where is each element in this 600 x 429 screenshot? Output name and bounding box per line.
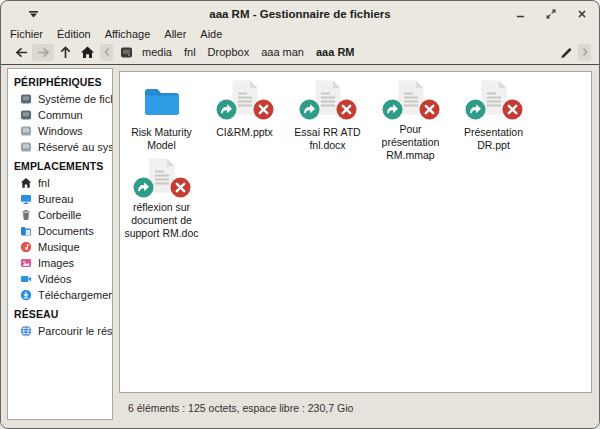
- breadcrumb-media[interactable]: media: [136, 46, 178, 58]
- error-emblem-icon: [502, 99, 523, 120]
- sidebar-item-label: Vidéos: [38, 273, 71, 285]
- minimize-button[interactable]: [512, 6, 528, 22]
- breadcrumb-aaa-man[interactable]: aaa man: [255, 46, 310, 58]
- sidebar-item-corbeille[interactable]: Corbeille: [8, 207, 112, 223]
- sidebar-item-label: Système de fich...: [38, 93, 112, 105]
- menu-fichier[interactable]: Fichier: [3, 27, 50, 42]
- sidebar-item-bureau[interactable]: Bureau: [8, 191, 112, 207]
- menu-aide[interactable]: Aide: [193, 27, 229, 42]
- forward-button[interactable]: [32, 44, 54, 61]
- error-emblem-icon: [336, 99, 357, 120]
- maximize-icon: [545, 8, 557, 20]
- back-button[interactable]: [10, 44, 32, 61]
- menu-aller[interactable]: Aller: [157, 27, 193, 42]
- window-controls: [512, 1, 590, 27]
- edit-path-button[interactable]: [554, 44, 576, 61]
- sidebar-item-label: Téléchargements: [38, 289, 112, 301]
- file-label: réflexion sur document de support RM.doc: [121, 201, 202, 240]
- file-item-document[interactable]: réflexion sur document de support RM.doc: [120, 157, 203, 235]
- music-icon: [20, 241, 32, 253]
- file-item-document[interactable]: Présentation DR.ppt: [452, 79, 535, 157]
- content-area: PÉRIPHÉRIQUES Système de fich... Commun …: [1, 64, 599, 428]
- pathbar-root-button[interactable]: [116, 44, 136, 61]
- up-button[interactable]: [54, 44, 76, 61]
- sidebar-item-label: Commun: [38, 109, 83, 121]
- sidebar-item-windows[interactable]: Windows: [8, 123, 112, 139]
- images-icon: [20, 257, 32, 269]
- sidebar-header-emplacements: EMPLACEMENTS: [8, 155, 112, 175]
- breadcrumb-dropbox[interactable]: Dropbox: [202, 46, 256, 58]
- sidebar-item-parcourir-le-reseau[interactable]: Parcourir le rése...: [8, 323, 112, 339]
- file-view[interactable]: Risk Maturity Model: [119, 71, 592, 393]
- sidebar-item-reserve-au-systeme[interactable]: Réservé au syst...: [8, 139, 112, 155]
- desktop-icon: [20, 193, 32, 205]
- pathbar-scroll-right-button[interactable]: [578, 44, 591, 61]
- status-text: 6 éléments : 125 octets, espace libre : …: [128, 402, 353, 414]
- drive-icon: [20, 141, 32, 153]
- sidebar-item-musique[interactable]: Musique: [8, 239, 112, 255]
- forward-icon: [36, 46, 51, 59]
- pathbar-scroll-left-button[interactable]: [100, 44, 113, 61]
- error-emblem-icon: [419, 99, 440, 120]
- sidebar-item-documents[interactable]: Documents: [8, 223, 112, 239]
- file-label: Pour présentation RM.mmap: [370, 123, 451, 162]
- sidebar-item-label: Documents: [38, 225, 94, 237]
- sidebar-header-reseau: RÉSEAU: [8, 303, 112, 323]
- file-item-document[interactable]: Essai RR ATD fnl.docx: [286, 79, 369, 157]
- folder-icon: [120, 79, 203, 123]
- sidebar-header-peripheriques: PÉRIPHÉRIQUES: [8, 71, 112, 91]
- sidebar-item-fnl[interactable]: fnl: [8, 175, 112, 191]
- sidebar-item-images[interactable]: Images: [8, 255, 112, 271]
- breadcrumb-aaa-rm[interactable]: aaa RM: [310, 46, 359, 58]
- file-label: Risk Maturity Model: [121, 126, 202, 152]
- file-label: CI&RM.pptx: [216, 126, 273, 139]
- sidebar-item-videos[interactable]: Vidéos: [8, 271, 112, 287]
- network-icon: [20, 325, 32, 337]
- titlebar: aaa RM - Gestionnaire de fichiers: [1, 1, 599, 27]
- videos-icon: [20, 273, 32, 285]
- sidebar-item-systeme-de-fichiers[interactable]: Système de fich...: [8, 91, 112, 107]
- drive-icon: [20, 93, 32, 105]
- window-menu-icon: [28, 10, 39, 19]
- sidebar-item-label: Musique: [38, 241, 80, 253]
- error-emblem-icon: [170, 177, 191, 198]
- sidebar-item-telechargements[interactable]: Téléchargements: [8, 287, 112, 303]
- file-item-document[interactable]: CI&RM.pptx: [203, 79, 286, 157]
- file-grid: Risk Maturity Model: [120, 79, 591, 235]
- maximize-button[interactable]: [543, 6, 559, 22]
- downloads-icon: [20, 289, 32, 301]
- home-button[interactable]: [76, 44, 98, 61]
- sidebar-item-label: Corbeille: [38, 209, 81, 221]
- minimize-icon: [515, 9, 526, 20]
- file-manager-window: aaa RM - Gestionnaire de fichiers: [0, 0, 600, 429]
- toolbar: media fnl Dropbox aaa man aaa RM: [1, 42, 599, 64]
- sync-emblem-icon: [465, 99, 486, 120]
- file-item-folder[interactable]: Risk Maturity Model: [120, 79, 203, 157]
- breadcrumb-fnl[interactable]: fnl: [178, 46, 202, 58]
- sidebar-item-commun[interactable]: Commun: [8, 107, 112, 123]
- chevron-left-icon: [103, 47, 111, 57]
- up-arrow-icon: [59, 45, 72, 59]
- home-icon: [20, 177, 32, 189]
- file-label: Essai RR ATD fnl.docx: [287, 126, 368, 152]
- trash-icon: [20, 209, 32, 221]
- menu-affichage[interactable]: Affichage: [98, 27, 158, 42]
- sidebar-item-label: Parcourir le rése...: [38, 325, 112, 337]
- statusbar: 6 éléments : 125 octets, espace libre : …: [119, 396, 592, 420]
- documents-icon: [20, 225, 32, 237]
- sync-emblem-icon: [382, 99, 403, 120]
- sidebar-item-label: Bureau: [38, 193, 73, 205]
- close-icon: [577, 9, 587, 19]
- sync-emblem-icon: [133, 177, 154, 198]
- back-icon: [14, 46, 29, 59]
- sidebar-item-label: Réservé au syst...: [38, 141, 112, 153]
- file-item-document[interactable]: Pour présentation RM.mmap: [369, 79, 452, 157]
- sidebar-item-label: fnl: [38, 177, 50, 189]
- file-label: Présentation DR.ppt: [453, 126, 534, 152]
- menu-edition[interactable]: Édition: [50, 27, 98, 42]
- close-button[interactable]: [574, 6, 590, 22]
- window-menu-button[interactable]: [25, 6, 42, 22]
- window-title: aaa RM - Gestionnaire de fichiers: [1, 8, 599, 20]
- drive-icon: [20, 109, 32, 121]
- drive-icon: [20, 125, 32, 137]
